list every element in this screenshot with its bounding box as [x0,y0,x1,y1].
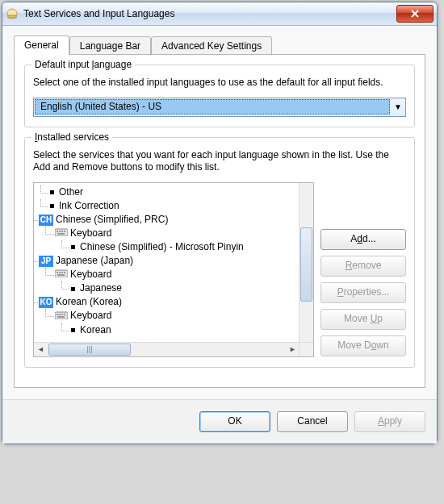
apply-button[interactable]: Apply [354,411,425,432]
tree-keyboard[interactable]: Keyboard Korean [55,309,313,336]
installed-desc: Select the services that you want for ea… [33,149,406,174]
app-icon [6,7,19,20]
dialog-window: Text Services and Input Languages Genera… [2,2,438,444]
properties-button[interactable]: Properties... [320,282,406,303]
close-icon [411,10,419,18]
chevron-down-icon: ▼ [391,102,405,111]
tree-item[interactable]: Other [50,185,313,199]
tab-advanced-key[interactable]: Advanced Key Settings [151,36,272,56]
svg-rect-8 [64,231,65,232]
titlebar[interactable]: Text Services and Input Languages [2,2,437,26]
default-lang-desc: Select one of the installed input langua… [33,77,406,90]
svg-rect-9 [57,233,65,235]
svg-rect-16 [55,312,68,319]
vertical-scrollbar[interactable] [299,183,313,342]
dialog-body: General Language Bar Advanced Key Settin… [2,26,437,399]
add-button[interactable]: Add... [320,229,406,250]
scroll-corner [299,342,313,356]
svg-rect-15 [57,274,65,276]
tree-layout[interactable]: Japanese [71,281,313,295]
window-title: Text Services and Input Languages [23,8,396,19]
svg-rect-14 [64,272,65,273]
tab-general[interactable]: General [14,35,69,55]
svg-rect-6 [59,231,61,232]
default-language-selected: English (United States) - US [35,99,390,115]
tree-layout[interactable]: Chinese (Simplified) - Microsoft Pinyin [71,240,313,254]
ok-button[interactable]: OK [199,411,270,432]
tab-strip: General Language Bar Advanced Key Settin… [14,35,425,55]
svg-rect-12 [59,272,61,273]
svg-rect-5 [57,231,58,232]
remove-button[interactable]: Remove [320,256,406,277]
horizontal-scrollbar[interactable]: ◄ ||| ► [34,342,299,356]
svg-rect-10 [55,270,68,277]
svg-rect-13 [61,272,63,273]
svg-rect-20 [64,314,65,315]
close-button[interactable] [396,5,434,23]
tree-layout[interactable]: Korean [71,323,313,337]
svg-rect-21 [57,316,65,318]
keyboard-icon [55,268,68,281]
svg-rect-17 [57,314,58,315]
tree-lang[interactable]: CHChinese (Simplified, PRC) Keyboard Chi… [39,213,313,254]
svg-rect-4 [55,229,68,236]
move-up-button[interactable]: Move Up [320,309,406,330]
group-title: Default input language [31,59,135,70]
tree-lang[interactable]: JPJapanese (Japan) Keyboard Japanese [39,254,313,295]
tree-item[interactable]: Ink Correction [50,199,313,213]
lang-badge: KO [39,297,53,308]
lang-badge: CH [39,215,53,226]
svg-rect-7 [61,231,63,232]
lang-badge: JP [39,256,53,267]
tree-keyboard[interactable]: Keyboard Chinese (Simplified) - Microsof… [55,227,313,254]
cancel-button[interactable]: Cancel [277,411,348,432]
svg-rect-18 [59,314,61,315]
svg-rect-1 [8,15,16,18]
move-down-button[interactable]: Move Down [320,335,406,356]
group-installed-services: Installed services Select the services t… [24,137,415,368]
group-default-input-language: Default input language Select one of the… [24,65,415,127]
tree-lang[interactable]: KOKorean (Korea) Keyboard Korean [39,295,313,336]
tab-panel-general: Default input language Select one of the… [14,54,425,388]
keyboard-icon [55,310,68,323]
tab-language-bar[interactable]: Language Bar [69,36,151,56]
dialog-footer: OK Cancel Apply [2,399,437,444]
group-title: Installed services [31,131,112,143]
services-button-column: Add... Remove Properties... Move Up Move… [320,182,406,357]
svg-rect-11 [57,272,58,273]
default-language-dropdown[interactable]: English (United States) - US ▼ [33,98,406,117]
services-tree[interactable]: Other Ink Correction CHChinese (Simplifi… [33,182,314,357]
svg-rect-19 [61,314,63,315]
keyboard-icon [55,227,68,240]
tree-keyboard[interactable]: Keyboard Japanese [55,268,313,295]
